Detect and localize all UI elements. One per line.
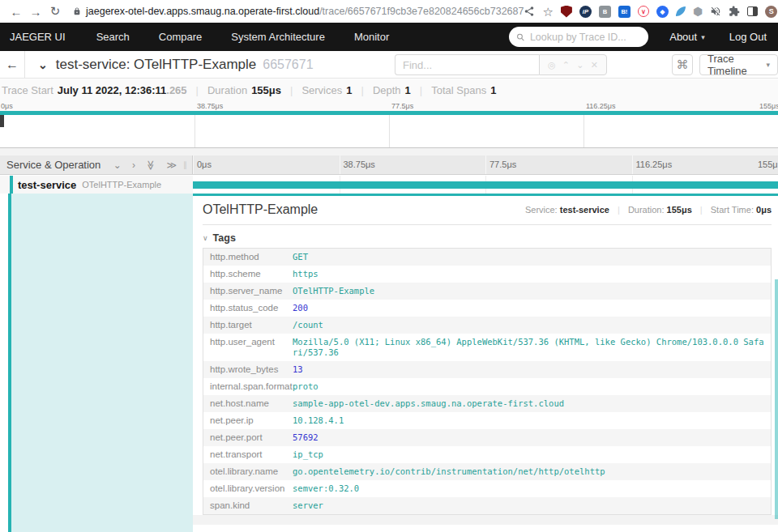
clear-find-icon[interactable]: ✕ — [591, 60, 598, 70]
trace-start-value: July 11 2022, 12:36:11 — [58, 84, 166, 96]
bitwarden-extension-icon[interactable]: B! — [618, 6, 631, 18]
tag-row[interactable]: otel.library.versionsemver:0.32.0 — [203, 480, 771, 497]
find-input[interactable] — [395, 54, 539, 75]
nav-item-search[interactable]: Search — [96, 31, 130, 43]
service-value: test-service — [560, 205, 609, 215]
minimap-scrubber-handle[interactable] — [0, 115, 4, 127]
ruler-tick-label: 77.5μs — [489, 160, 516, 169]
collapse-all-chevron-icon[interactable]: ⌄ — [113, 160, 122, 170]
tag-row[interactable]: http.target/count — [203, 317, 771, 334]
tag-key: span.kind — [210, 500, 293, 511]
meta-separator: | — [420, 84, 422, 96]
span-detail-row: OTelHTTP-Example Service: test-service |… — [0, 194, 778, 532]
address-bar[interactable]: jaegerex-otel-dev.apps.smaug.na.operate-… — [73, 6, 524, 17]
focus-match-icon[interactable]: ◎ — [548, 60, 556, 70]
column-resize-grip[interactable]: ∥ — [183, 160, 187, 169]
nav-item-monitor[interactable]: Monitor — [354, 31, 389, 43]
stats-separator: | — [618, 205, 620, 215]
tag-key: otel.library.version — [210, 483, 293, 494]
url-text: jaegerex-otel-dev.apps.smaug.na.operate-… — [86, 6, 524, 17]
reload-icon[interactable]: ↻ — [45, 4, 65, 19]
b-extension-icon[interactable]: B — [599, 6, 611, 18]
tag-row[interactable]: net.transportip_tcp — [203, 446, 771, 463]
shield-extension-icon[interactable]: ◆ — [656, 6, 669, 18]
ublock-extension-icon[interactable] — [561, 6, 572, 18]
nav-about-menu[interactable]: About ▾ — [669, 31, 705, 43]
collapse-deep-icon[interactable]: ≫ — [146, 160, 156, 170]
span-timeline-cell[interactable] — [193, 176, 778, 194]
tag-row[interactable]: http.server_nameOTelHTTP-Example — [203, 283, 771, 300]
tags-section-label: Tags — [213, 232, 236, 244]
brand-logo[interactable]: JAEGER UI — [10, 31, 66, 43]
trace-lookup-box[interactable] — [509, 27, 648, 47]
ip-extension-icon[interactable]: iP — [579, 6, 592, 18]
detail-scrollbar[interactable] — [775, 279, 778, 519]
feather-extension-icon[interactable] — [676, 6, 686, 16]
trace-id: 6657671 — [263, 57, 313, 72]
pocket-extension-icon[interactable]: ∨ — [638, 6, 649, 17]
tag-row[interactable]: http.methodGET — [203, 249, 771, 266]
tag-row[interactable]: span.kindserver — [203, 497, 771, 514]
tag-key: net.host.name — [210, 398, 293, 409]
trace-view-selector[interactable]: Trace Timeline ▾ — [699, 54, 778, 75]
span-detail-header: OTelHTTP-Example Service: test-service |… — [203, 202, 772, 225]
tag-key: otel.library.name — [210, 466, 293, 477]
service-label: Service: — [525, 205, 558, 215]
share-icon[interactable] — [524, 6, 535, 17]
duration-value: 155μs — [667, 205, 692, 215]
tag-key: http.wrote_bytes — [210, 364, 293, 375]
ruler-gridline — [632, 155, 633, 174]
back-icon[interactable]: ← — [6, 5, 26, 19]
timeline-minimap[interactable]: 0μs 38.75μs 77.5μs 116.25μs 155μs — [0, 101, 778, 148]
span-detail-panel: OTelHTTP-Example Service: test-service |… — [193, 194, 778, 532]
tag-row[interactable]: net.peer.ip10.128.4.1 — [203, 412, 771, 429]
lock-icon — [73, 6, 81, 16]
tag-row[interactable]: internal.span.formatproto — [203, 378, 771, 395]
browser-toolbar: ← → ↻ jaegerex-otel-dev.apps.smaug.na.op… — [0, 0, 778, 23]
span-row[interactable]: test-service OTelHTTP-Example — [0, 176, 778, 194]
tag-row[interactable]: http.user_agentMozilla/5.0 (X11; Linux x… — [203, 334, 771, 361]
tag-row[interactable]: http.schemehttps — [203, 266, 771, 283]
jaeger-trace-page: ← → ↻ jaegerex-otel-dev.apps.smaug.na.op… — [0, 0, 778, 532]
profile-avatar[interactable]: S — [765, 6, 777, 18]
expand-all-icon[interactable]: ≫ — [166, 160, 177, 170]
total-spans-label: Total Spans — [431, 84, 486, 96]
service-color-stripe — [10, 176, 13, 194]
trace-lookup-input[interactable] — [530, 32, 641, 43]
tag-value: 57692 — [293, 432, 318, 443]
nav-item-system-architecture[interactable]: System Architecture — [231, 31, 325, 43]
cube-extension-icon[interactable]: ⬢ — [693, 6, 703, 17]
nav-item-compare[interactable]: Compare — [159, 31, 202, 43]
back-to-search-icon[interactable]: ← — [0, 57, 24, 72]
tag-row[interactable]: otel.library.namego.opentelemetry.io/con… — [203, 463, 771, 480]
logout-button[interactable]: Log Out — [729, 31, 767, 43]
depth-label: Depth — [373, 84, 401, 96]
tag-row[interactable]: http.wrote_bytes13 — [203, 361, 771, 378]
minimap-canvas[interactable] — [0, 115, 778, 148]
tag-value: sample-app-otel-dev.apps.smaug.na.operat… — [293, 398, 564, 409]
extensions-puzzle-icon[interactable] — [729, 6, 740, 17]
bookmark-star-icon[interactable]: ☆ — [542, 6, 553, 18]
tag-row[interactable]: net.peer.port57692 — [203, 429, 771, 446]
tag-value: semver:0.32.0 — [293, 483, 359, 494]
span-name-cell[interactable]: test-service OTelHTTP-Example — [0, 176, 193, 194]
tags-section-toggle[interactable]: ∨ Tags — [203, 232, 772, 244]
next-match-icon[interactable]: ⌄ — [576, 60, 584, 70]
about-label: About — [669, 31, 697, 43]
side-panel-icon[interactable] — [747, 6, 758, 16]
depth-value: 1 — [405, 84, 411, 96]
forward-icon[interactable]: → — [26, 5, 45, 19]
trace-start-fraction: .265 — [166, 84, 186, 96]
meta-separator: | — [290, 84, 293, 96]
tag-value: 13 — [293, 364, 303, 375]
tick-label: 77.5μs — [391, 102, 413, 110]
tag-row[interactable]: http.status_code200 — [203, 300, 771, 317]
keyboard-shortcuts-button[interactable]: ⌘ — [672, 54, 693, 75]
mute-icon[interactable] — [710, 6, 721, 17]
prev-match-icon[interactable]: ⌃ — [562, 60, 570, 70]
expand-one-chevron-icon[interactable]: › — [132, 160, 135, 170]
tag-row[interactable]: net.host.namesample-app-otel-dev.apps.sm… — [203, 395, 771, 412]
span-duration-bar[interactable] — [193, 181, 778, 189]
collapse-trace-chevron-icon[interactable]: ⌄ — [38, 58, 48, 71]
url-path: /trace/6657671f9cb3e7e820824656cb732687 — [319, 6, 524, 17]
